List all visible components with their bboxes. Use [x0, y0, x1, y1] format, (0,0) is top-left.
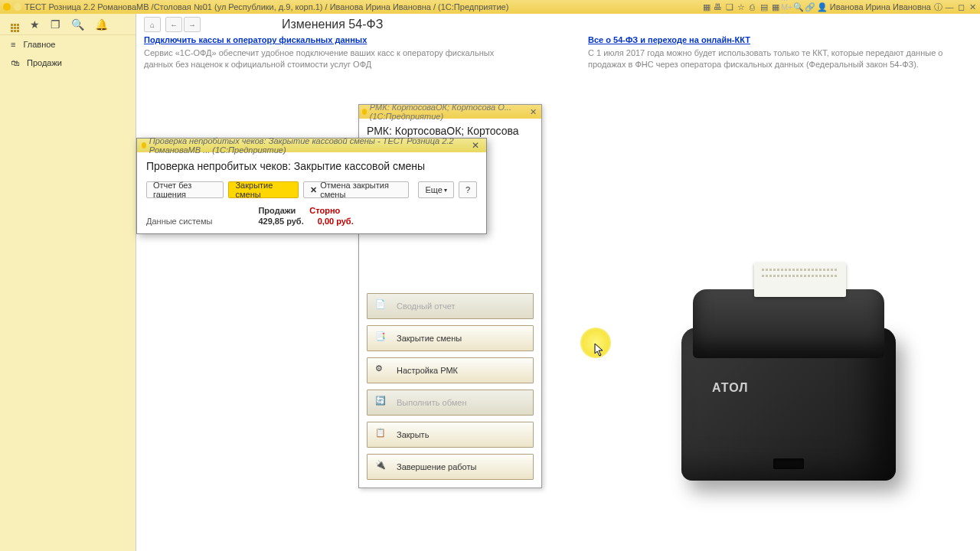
sidebar-item-main[interactable]: ≡ Главное: [0, 35, 136, 54]
rmk-title-text: РМК: КортосоваОК; Кортосова О... (1С:Пре…: [370, 103, 528, 121]
toolbar-icon[interactable]: ▤: [760, 2, 769, 11]
button-label: Закрытие смены: [397, 334, 462, 343]
main-area: ⌂ ← → Изменения 54-ФЗ Подключить кассы к…: [136, 14, 980, 551]
power-icon: 🔌: [375, 460, 389, 474]
close-shift-button[interactable]: Закрытие смены: [228, 181, 299, 198]
gear-icon: ⚙: [375, 364, 389, 377]
search-icon[interactable]: 🔍: [71, 18, 84, 31]
click-highlight: [580, 328, 611, 358]
toolbar-icon[interactable]: ⎙: [748, 2, 757, 11]
close-icon[interactable]: ✕: [528, 107, 538, 117]
close-icon[interactable]: ✕: [469, 140, 482, 151]
page-title: Изменения 54-ФЗ: [282, 18, 383, 31]
bag-icon: 🛍: [11, 58, 19, 67]
cancel-close-button[interactable]: ✕Отмена закрытия смены: [303, 181, 409, 198]
user-label[interactable]: 👤 Иванова Ирина Ивановна: [817, 2, 931, 12]
system-data-label: Данные системы: [146, 217, 212, 226]
report-no-clear-button[interactable]: Отчет без гашения: [146, 181, 224, 198]
button-label: Закрыть: [397, 430, 429, 439]
sidebar-item-label: Главное: [23, 40, 55, 49]
window-icon: [142, 142, 146, 148]
back-button[interactable]: ←: [165, 17, 182, 32]
document-icon: 📋: [375, 428, 389, 442]
toolbar-icon[interactable]: ▦: [702, 2, 711, 11]
sales-label: Продажи: [258, 206, 296, 215]
sidebar-item-label: Продажи: [27, 58, 62, 67]
storno-value: 0,00 руб.: [318, 217, 354, 226]
button-label: Выполнить обмен: [397, 398, 466, 407]
home-button[interactable]: ⌂: [144, 17, 161, 32]
app-dropdown-icon[interactable]: [14, 3, 21, 11]
favorites-icon[interactable]: ★: [30, 18, 40, 31]
button-label: Сводный отчет: [397, 302, 456, 311]
dialog-header: Проверка непробитых чеков: Закрытие касс…: [137, 152, 486, 178]
link-connect-ofd[interactable]: Подключить кассы к оператору фискальных …: [144, 35, 511, 44]
toolbar-icon[interactable]: ❏: [725, 2, 734, 11]
apps-grid-icon[interactable]: [11, 16, 19, 32]
report-icon: 📄: [375, 299, 389, 313]
toolbar-icon[interactable]: ☆: [737, 2, 746, 11]
close-shift-icon: 📑: [375, 331, 389, 345]
rmk-close-shift-button[interactable]: 📑 Закрытие смены: [367, 325, 534, 351]
rmk-settings-button[interactable]: ⚙ Настройка РМК: [367, 357, 534, 383]
search-icon[interactable]: 🔍: [794, 2, 803, 11]
link-icon[interactable]: 🔗: [805, 2, 815, 11]
rmk-summary-button: 📄 Сводный отчет: [367, 293, 534, 319]
x-icon: ✕: [310, 185, 317, 195]
dialog-title-text: Проверка непробитых чеков: Закрытие касс…: [149, 136, 469, 155]
button-label: Настройка РМК: [397, 366, 458, 375]
app-titlebar: ТЕСТ Розница 2.2 РомановаМВ /Столовая №0…: [0, 0, 980, 14]
titlebar-text: ТЕСТ Розница 2.2 РомановаМВ /Столовая №0…: [24, 2, 508, 11]
window-icon: [362, 109, 367, 115]
chevron-down-icon: ▾: [444, 187, 447, 194]
more-button[interactable]: Еще ▾: [418, 181, 453, 198]
cursor-icon: [594, 343, 605, 358]
printer-brand: АТОЛ: [712, 381, 748, 395]
info-icon[interactable]: ⓘ: [933, 2, 942, 11]
desc-text: Сервис «1С-ОФД» обеспечит удобное подклю…: [144, 47, 511, 70]
bell-icon[interactable]: 🔔: [95, 18, 108, 31]
rmk-shutdown-button[interactable]: 🔌 Завершение работы: [367, 454, 534, 480]
maximize-icon[interactable]: ◻: [956, 2, 965, 11]
menu-icon: ≡: [11, 40, 15, 49]
minimize-icon[interactable]: —: [945, 2, 954, 11]
button-label: Завершение работы: [397, 462, 476, 471]
help-button[interactable]: ?: [459, 181, 477, 198]
printer-image: АТОЛ: [666, 282, 911, 496]
clipboard-icon[interactable]: ❐: [51, 18, 60, 31]
rmk-titlebar[interactable]: РМК: КортосоваОК; Кортосова О... (1С:Пре…: [359, 105, 541, 119]
rmk-exchange-button: 🔄 Выполнить обмен: [367, 390, 534, 416]
dialog-titlebar[interactable]: Проверка непробитых чеков: Закрытие касс…: [137, 139, 486, 152]
check-dialog: Проверка непробитых чеков: Закрытие касс…: [136, 138, 487, 234]
rmk-close-button[interactable]: 📋 Закрыть: [367, 422, 534, 448]
button-label: Еще: [425, 185, 442, 194]
button-label: Отмена закрытия смены: [320, 181, 402, 199]
toolbar-icon[interactable]: 🖶: [714, 2, 723, 11]
desc-text: С 1 июля 2017 года можно будет использов…: [588, 47, 956, 70]
app-logo-icon: [3, 3, 11, 11]
refresh-icon: 🔄: [375, 396, 389, 409]
storno-label: Сторно: [309, 206, 340, 215]
link-54fz[interactable]: Все о 54-ФЗ и переходе на онлайн-ККТ: [588, 35, 956, 44]
close-icon[interactable]: ✕: [968, 2, 977, 11]
forward-button[interactable]: →: [184, 17, 201, 32]
toolbar-icon[interactable]: ▦: [771, 2, 780, 11]
sales-value: 429,85 руб.: [258, 217, 303, 226]
toolbar-text: M- M+ M-: [782, 2, 792, 11]
sidebar-item-sales[interactable]: 🛍 Продажи: [0, 54, 136, 72]
sidebar: ★ ❐ 🔍 🔔 ≡ Главное 🛍 Продажи: [0, 14, 136, 551]
